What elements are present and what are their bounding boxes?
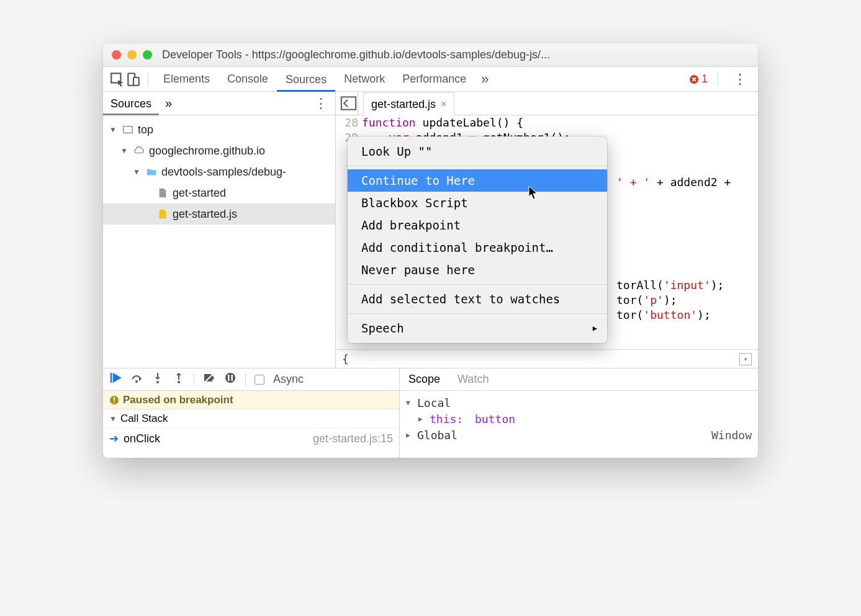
cloud-icon xyxy=(133,145,145,156)
tabs-overflow[interactable]: » xyxy=(475,71,495,87)
tab-elements[interactable]: Elements xyxy=(155,67,219,91)
editor-tab[interactable]: get-started.js × xyxy=(363,92,454,115)
line-number[interactable]: 28 xyxy=(336,115,358,130)
scope-this-label: this: xyxy=(430,413,463,426)
callstack-location[interactable]: get-started.js:15 xyxy=(313,432,393,445)
code-editor[interactable]: 28 29 ~~~~~~~~~~ function updateLabel() … xyxy=(336,115,758,368)
brace-indicator: { xyxy=(342,352,349,367)
step-into-icon[interactable] xyxy=(151,372,164,387)
editor-dropdown-icon[interactable]: ▾ xyxy=(739,353,752,365)
disclosure-triangle-icon[interactable]: ▼ xyxy=(109,414,117,423)
navigator-tabs-overflow[interactable]: » xyxy=(159,96,178,110)
editor-status-bar: { ▾ xyxy=(336,349,758,368)
close-tab-icon[interactable]: × xyxy=(441,99,446,110)
async-label: Async xyxy=(273,373,304,386)
svg-point-8 xyxy=(178,381,180,383)
editor-tab-label: get-started.js xyxy=(371,98,436,111)
scope-this-value: button xyxy=(475,413,515,426)
minimize-window-button[interactable] xyxy=(127,50,137,60)
context-menu-blackbox[interactable]: Blackbox Script xyxy=(348,192,607,214)
navigator-pane: Sources » ⋮ top googlechrome.github.io xyxy=(103,92,336,368)
scope-global-value: Window xyxy=(711,429,752,442)
svg-rect-12 xyxy=(232,375,233,381)
document-icon xyxy=(156,208,169,220)
disclosure-triangle-icon[interactable] xyxy=(120,146,129,155)
toggle-navigator-icon[interactable] xyxy=(340,92,358,115)
context-menu-lookup[interactable]: Look Up "" xyxy=(348,140,607,163)
code-text: updateLabel() { xyxy=(416,116,523,129)
pause-exceptions-icon[interactable] xyxy=(224,372,237,387)
current-frame-icon: ➔ xyxy=(109,432,119,445)
close-window-button[interactable] xyxy=(112,50,121,60)
scope-global-row[interactable]: ▶ Global Window xyxy=(406,427,752,443)
step-over-icon[interactable] xyxy=(130,372,143,387)
disclosure-triangle-icon[interactable] xyxy=(133,167,142,176)
context-menu-continue-here[interactable]: Continue to Here xyxy=(348,169,607,192)
error-count: 1 xyxy=(701,73,708,86)
settings-menu-icon[interactable]: ⋮ xyxy=(728,71,752,87)
code-text: + addend2 + xyxy=(650,176,731,189)
editor-pane: get-started.js × 28 29 ~~~~~~~~~~ functi… xyxy=(336,92,758,368)
code-text: ); xyxy=(711,279,724,292)
tree-folder[interactable]: devtools-samples/debug- xyxy=(103,161,335,182)
error-badge[interactable]: 1 xyxy=(689,73,708,86)
document-icon xyxy=(156,187,169,199)
context-menu-speech[interactable]: Speech ▶ xyxy=(348,317,607,339)
context-menu-never-pause[interactable]: Never pause here xyxy=(348,259,607,281)
scope-local-row[interactable]: ▼ Local xyxy=(406,395,752,411)
svg-point-6 xyxy=(135,380,138,383)
disclosure-triangle-icon[interactable]: ▼ xyxy=(406,399,415,407)
callstack-fn-name: onClick xyxy=(124,432,160,445)
separator xyxy=(348,313,607,314)
step-out-icon[interactable] xyxy=(173,372,185,387)
separator xyxy=(718,73,718,86)
tree-label: get-started xyxy=(173,187,226,200)
debugger-right-pane: Scope Watch ▼ Local ▶ this: button ▶ Glo… xyxy=(400,368,758,458)
code-text: tor( xyxy=(616,308,643,321)
tab-console[interactable]: Console xyxy=(219,67,277,91)
navigator-tab-sources[interactable]: Sources xyxy=(103,92,159,115)
device-toolbar-icon[interactable] xyxy=(125,71,142,87)
tree-root-top[interactable]: top xyxy=(103,119,335,140)
tree-label: googlechrome.github.io xyxy=(149,145,265,158)
tab-network[interactable]: Network xyxy=(335,67,394,91)
context-menu-add-conditional[interactable]: Add conditional breakpoint… xyxy=(348,236,607,259)
submenu-arrow-icon: ▶ xyxy=(593,321,597,336)
scope-tab[interactable]: Scope xyxy=(400,368,449,390)
resume-icon[interactable] xyxy=(109,372,122,387)
context-menu-add-breakpoint[interactable]: Add breakpoint xyxy=(348,214,607,236)
disclosure-triangle-icon[interactable]: ▶ xyxy=(418,415,427,423)
tree-file-js[interactable]: get-started.js xyxy=(103,203,335,225)
titlebar: Developer Tools - https://googlechrome.g… xyxy=(103,43,758,67)
tree-label: top xyxy=(138,123,153,136)
scope-this-row[interactable]: ▶ this: button xyxy=(406,411,752,427)
svg-rect-15 xyxy=(114,402,115,403)
disclosure-triangle-icon[interactable] xyxy=(109,125,118,134)
navigator-menu-icon[interactable]: ⋮ xyxy=(307,96,335,112)
scope-panel: ▼ Local ▶ this: button ▶ Global Window xyxy=(400,391,758,447)
tree-domain[interactable]: googlechrome.github.io xyxy=(103,140,335,161)
inspect-element-icon[interactable] xyxy=(109,71,125,87)
disclosure-triangle-icon[interactable]: ▶ xyxy=(406,431,415,439)
tree-file-html[interactable]: get-started xyxy=(103,182,335,203)
tab-sources[interactable]: Sources xyxy=(277,68,335,92)
callstack-header[interactable]: ▼ Call Stack xyxy=(103,409,399,428)
callstack-item[interactable]: ➔ onClick get-started.js:15 xyxy=(103,428,399,449)
separator xyxy=(348,284,607,285)
context-menu-add-watches[interactable]: Add selected text to watches xyxy=(348,288,607,310)
async-checkbox[interactable] xyxy=(255,375,264,385)
separator xyxy=(194,373,194,386)
context-menu-speech-label: Speech xyxy=(361,321,404,336)
folder-icon xyxy=(145,166,158,177)
code-text: tor( xyxy=(616,293,643,306)
svg-rect-11 xyxy=(228,375,230,381)
separator xyxy=(148,73,148,86)
code-string: 'button' xyxy=(643,308,697,321)
frame-icon xyxy=(122,124,134,135)
deactivate-breakpoints-icon[interactable] xyxy=(203,372,215,387)
zoom-window-button[interactable] xyxy=(143,50,152,60)
tree-label: get-started.js xyxy=(173,208,237,221)
watch-tab[interactable]: Watch xyxy=(449,368,497,390)
traffic-lights xyxy=(112,50,152,60)
tab-performance[interactable]: Performance xyxy=(394,67,475,91)
